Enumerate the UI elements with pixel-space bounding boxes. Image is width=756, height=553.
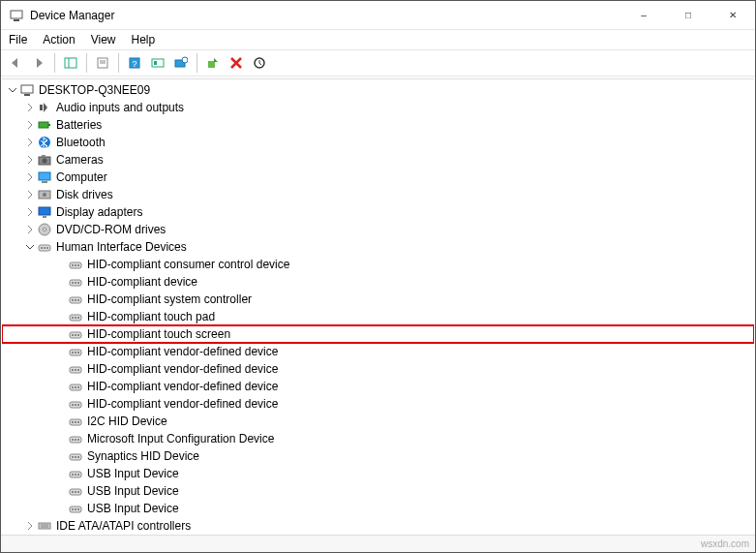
tree-device[interactable]: USB Input Device bbox=[2, 482, 754, 500]
tree-device[interactable]: HID-compliant vendor-defined device bbox=[2, 343, 754, 360]
minimize-button[interactable]: – bbox=[621, 1, 666, 29]
tree-category[interactable]: Display adapters bbox=[2, 203, 754, 221]
help-button[interactable]: ? bbox=[124, 52, 145, 74]
properties-button[interactable] bbox=[92, 52, 113, 74]
svg-rect-87 bbox=[77, 474, 79, 476]
chevron-right-icon[interactable] bbox=[23, 118, 37, 132]
svg-rect-69 bbox=[72, 404, 74, 406]
chevron-right-icon[interactable] bbox=[23, 136, 37, 149]
device-icon bbox=[68, 501, 83, 516]
root-icon bbox=[19, 82, 35, 98]
title-bar: Device Manager – □ ✕ bbox=[1, 1, 755, 30]
tree-device[interactable]: HID-compliant vendor-defined device bbox=[2, 360, 754, 378]
close-button[interactable]: ✕ bbox=[711, 1, 755, 29]
chevron-down-icon[interactable] bbox=[23, 240, 37, 254]
menu-help[interactable]: Help bbox=[132, 33, 156, 46]
tree-device[interactable]: HID-compliant vendor-defined device bbox=[2, 395, 754, 413]
svg-rect-85 bbox=[72, 474, 74, 476]
tree-device[interactable]: Microsoft Input Configuration Device bbox=[2, 430, 754, 447]
tree-device[interactable]: HID-compliant vendor-defined device bbox=[2, 378, 754, 395]
enable-device-button[interactable] bbox=[202, 52, 224, 74]
chevron-right-icon[interactable] bbox=[23, 153, 37, 167]
chevron-right-icon[interactable] bbox=[23, 188, 37, 201]
svg-rect-57 bbox=[72, 352, 74, 353]
svg-rect-82 bbox=[75, 456, 76, 458]
tree-category[interactable]: Audio inputs and outputs bbox=[2, 99, 754, 116]
node-label: HID-compliant vendor-defined device bbox=[87, 397, 278, 411]
status-bar: wsxdn.com bbox=[1, 535, 755, 552]
tree-device[interactable]: HID-compliant system controller bbox=[2, 291, 754, 308]
svg-rect-50 bbox=[75, 317, 76, 319]
svg-rect-55 bbox=[77, 334, 79, 336]
back-button[interactable] bbox=[5, 52, 26, 74]
tree-device[interactable]: HID-compliant touch screen bbox=[2, 325, 754, 343]
tree-category[interactable]: Human Interface Devices bbox=[2, 238, 754, 256]
forward-button[interactable] bbox=[28, 52, 49, 74]
svg-rect-77 bbox=[72, 439, 74, 441]
uninstall-device-button[interactable] bbox=[226, 52, 247, 74]
svg-rect-23 bbox=[42, 155, 45, 157]
device-icon bbox=[68, 379, 83, 394]
tree-category[interactable]: Bluetooth bbox=[2, 134, 754, 151]
bluetooth-icon bbox=[37, 135, 52, 150]
chevron-right-icon bbox=[54, 502, 68, 515]
ide-icon bbox=[37, 518, 52, 534]
device-icon bbox=[68, 274, 83, 290]
toolbar: ? bbox=[1, 49, 755, 77]
node-label: Display adapters bbox=[56, 205, 142, 219]
chevron-right-icon[interactable] bbox=[23, 205, 37, 219]
show-hide-tree-button[interactable] bbox=[60, 52, 81, 74]
update-driver-button[interactable] bbox=[249, 52, 270, 74]
chevron-right-icon[interactable] bbox=[23, 223, 37, 236]
action-button[interactable] bbox=[147, 52, 168, 74]
tree-device[interactable]: HID-compliant device bbox=[2, 273, 754, 291]
toolbar-separator bbox=[54, 53, 55, 73]
svg-rect-51 bbox=[77, 317, 79, 319]
tree-category[interactable]: IDE ATA/ATAPI controllers bbox=[2, 517, 754, 535]
tree-device[interactable]: USB Input Device bbox=[2, 500, 754, 517]
tree-device[interactable]: USB Input Device bbox=[2, 465, 754, 482]
tree-category[interactable]: Batteries bbox=[2, 116, 754, 134]
chevron-right-icon bbox=[54, 310, 68, 323]
svg-rect-91 bbox=[77, 491, 79, 493]
tree-device[interactable]: Synaptics HID Device bbox=[2, 447, 754, 465]
svg-rect-53 bbox=[72, 334, 74, 336]
chevron-right-icon[interactable] bbox=[23, 170, 37, 184]
menu-action[interactable]: Action bbox=[43, 33, 75, 46]
svg-rect-83 bbox=[77, 456, 79, 458]
menu-file[interactable]: File bbox=[9, 33, 27, 46]
node-label: HID-compliant touch screen bbox=[87, 327, 230, 341]
svg-rect-24 bbox=[39, 172, 50, 180]
scan-hardware-button[interactable] bbox=[170, 52, 192, 74]
tree-device[interactable]: I2C HID Device bbox=[2, 413, 754, 430]
tree-category[interactable]: Computer bbox=[2, 169, 754, 186]
node-label: Audio inputs and outputs bbox=[56, 101, 184, 114]
device-icon bbox=[68, 483, 83, 499]
menu-view[interactable]: View bbox=[91, 33, 116, 46]
tree-category[interactable]: Cameras bbox=[2, 151, 754, 169]
device-icon bbox=[68, 257, 83, 272]
device-tree-panel[interactable]: DESKTOP-Q3NEE09Audio inputs and outputsB… bbox=[2, 78, 754, 535]
tree-device[interactable]: HID-compliant touch pad bbox=[2, 308, 754, 325]
tree-device[interactable]: HID-compliant consumer control device bbox=[2, 256, 754, 273]
chevron-right-icon[interactable] bbox=[23, 519, 37, 533]
watermark: wsxdn.com bbox=[701, 538, 749, 549]
node-label: Cameras bbox=[56, 153, 104, 167]
svg-rect-89 bbox=[72, 491, 74, 493]
tree-root[interactable]: DESKTOP-Q3NEE09 bbox=[2, 81, 754, 99]
maximize-button[interactable]: □ bbox=[666, 1, 711, 29]
chevron-right-icon bbox=[54, 432, 68, 445]
chevron-down-icon[interactable] bbox=[6, 83, 19, 97]
node-label: USB Input Device bbox=[87, 484, 179, 498]
node-label: Disk drives bbox=[56, 188, 113, 201]
svg-rect-79 bbox=[77, 439, 79, 441]
svg-rect-93 bbox=[72, 508, 74, 510]
chevron-right-icon[interactable] bbox=[23, 101, 37, 114]
svg-rect-41 bbox=[72, 282, 74, 284]
node-label: IDE ATA/ATAPI controllers bbox=[56, 519, 191, 533]
device-icon bbox=[68, 326, 83, 342]
tree-category[interactable]: DVD/CD-ROM drives bbox=[2, 221, 754, 238]
disk-icon bbox=[37, 187, 52, 202]
tree-category[interactable]: Disk drives bbox=[2, 186, 754, 203]
hid-icon bbox=[37, 239, 52, 255]
